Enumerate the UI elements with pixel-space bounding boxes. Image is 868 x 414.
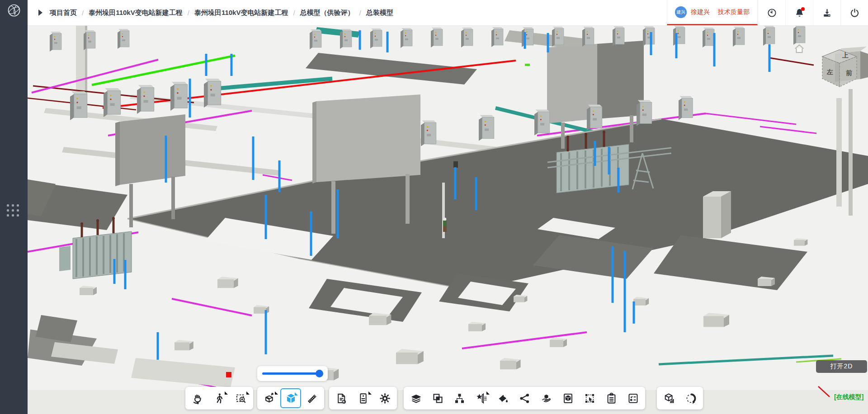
effects-button[interactable]: [470, 388, 492, 408]
refresh-loop-icon: [685, 392, 697, 405]
toolbar-group: [404, 387, 645, 409]
checklist-icon: [627, 392, 639, 405]
pan-rotate-button[interactable]: [187, 388, 208, 408]
breadcrumb-separator: /: [82, 9, 84, 17]
globe-logo-icon: [6, 3, 22, 18]
user-name: 徐建兴: [691, 8, 710, 16]
open-2d-button[interactable]: 打开2D: [816, 360, 867, 373]
layers-icon: [410, 392, 422, 405]
notification-badge: [801, 7, 805, 11]
measure-ruler-button[interactable]: [301, 388, 323, 408]
breadcrumb-item[interactable]: 泰州垛田110kV变电站新建工程: [194, 9, 288, 17]
breadcrumb-separator: /: [188, 9, 189, 17]
clock-button[interactable]: [758, 0, 785, 25]
breadcrumb-item[interactable]: 泰州垛田110kV变电站新建工程: [89, 9, 183, 17]
model-tree-button[interactable]: [448, 388, 470, 408]
breadcrumb-item[interactable]: 项目首页: [50, 9, 77, 17]
framed-model-icon: [562, 392, 574, 405]
display-settings-icon: [357, 392, 369, 405]
download-button[interactable]: [813, 0, 840, 25]
paint-bucket-button[interactable]: [492, 388, 514, 408]
header-actions: [758, 0, 868, 25]
framed-model-button[interactable]: [557, 388, 579, 408]
breadcrumb-collapse-icon[interactable]: [38, 9, 42, 16]
user-block[interactable]: 建兴 徐建兴 技术质量部: [667, 0, 758, 25]
refresh-loop-button[interactable]: [680, 388, 702, 408]
app-window: 项目首页/泰州垛田110kV变电站新建工程/泰州垛田110kV变电站新建工程/总…: [0, 0, 868, 414]
share-icon: [519, 392, 531, 405]
header: 项目首页/泰州垛田110kV变电站新建工程/泰州垛田110kV变电站新建工程/总…: [28, 0, 868, 26]
viewcube-top-label: 上: [842, 52, 849, 59]
breadcrumb-item[interactable]: 总装模型: [366, 9, 393, 17]
caret-icon: [486, 391, 490, 395]
toolbar-group: [257, 387, 324, 409]
submit-model-button[interactable]: [535, 388, 557, 408]
marquee-select-button[interactable]: [579, 388, 600, 408]
zoom-window-icon: [235, 392, 247, 405]
model-3d-scene[interactable]: [28, 26, 868, 414]
power-icon: [849, 8, 860, 18]
settings-gear-icon: [379, 392, 391, 405]
measure-ruler-icon: [306, 392, 318, 405]
breadcrumb-item[interactable]: 总模型（供验评）: [300, 9, 354, 17]
caret-icon: [368, 391, 372, 395]
clipboard-button[interactable]: [600, 388, 622, 408]
settings-gear-button[interactable]: [374, 388, 396, 408]
breadcrumb: 项目首页/泰州垛田110kV变电站新建工程/泰州垛田110kV变电站新建工程/总…: [28, 0, 667, 25]
home-icon: [793, 43, 805, 55]
submit-model-icon: [540, 392, 552, 405]
toolbar-group: [329, 387, 397, 409]
breadcrumb-separator: /: [359, 9, 361, 17]
caret-icon: [275, 391, 278, 395]
viewport: 上 左 前 打开2D [在线模型]: [28, 26, 868, 414]
report-doc-button[interactable]: [330, 388, 352, 408]
bell-button[interactable]: [785, 0, 813, 25]
toolbar-group: [657, 387, 703, 409]
power-button[interactable]: [840, 0, 868, 25]
avatar[interactable]: 建兴: [675, 6, 687, 18]
share-button[interactable]: [514, 388, 535, 408]
marquee-select-icon: [584, 392, 596, 405]
model-stats-button[interactable]: [658, 388, 680, 408]
slider-fill: [262, 372, 320, 375]
section-box-button[interactable]: [259, 388, 280, 408]
online-model-annotation: [在线模型]: [834, 393, 863, 401]
sidebar: [0, 0, 28, 414]
app-logo[interactable]: [6, 3, 22, 18]
model-stats-icon: [663, 392, 675, 405]
checklist-button[interactable]: [622, 388, 644, 408]
breadcrumb-separator: /: [293, 9, 295, 17]
compare-overlap-icon: [432, 392, 444, 405]
toolbar-group: [185, 387, 253, 409]
caret-icon: [225, 391, 228, 395]
effects-icon: [475, 392, 487, 405]
clipboard-icon: [605, 392, 618, 405]
clock-icon: [767, 8, 777, 18]
user-department: 技术质量部: [718, 8, 750, 16]
walk-mode-button[interactable]: [208, 388, 230, 408]
compare-overlap-button[interactable]: [427, 388, 448, 408]
layers-button[interactable]: [405, 388, 427, 408]
display-settings-button[interactable]: [352, 388, 374, 408]
download-icon: [822, 8, 832, 18]
slider-track[interactable]: [262, 372, 323, 375]
caret-icon: [295, 392, 298, 395]
orbit-cube-button[interactable]: [280, 388, 301, 408]
viewcube-left-label: 左: [826, 68, 833, 75]
walk-mode-icon: [213, 392, 226, 405]
breadcrumb-items: 项目首页/泰州垛田110kV变电站新建工程/泰州垛田110kV变电站新建工程/总…: [50, 9, 393, 17]
model-tree-icon: [453, 392, 466, 405]
caret-icon: [246, 391, 250, 395]
slider-handle[interactable]: [316, 370, 323, 377]
zoom-window-button[interactable]: [230, 388, 252, 408]
home-view-button[interactable]: [793, 43, 805, 55]
render-slider-panel: [257, 366, 328, 381]
apps-grid-handle[interactable]: [7, 204, 19, 216]
viewcube[interactable]: 上 左 前: [821, 49, 859, 89]
paint-bucket-icon: [497, 392, 509, 405]
viewcube-front-label: 前: [846, 69, 852, 76]
report-doc-icon: [335, 392, 348, 405]
pan-rotate-icon: [192, 392, 204, 405]
section-box-icon: [264, 392, 276, 405]
